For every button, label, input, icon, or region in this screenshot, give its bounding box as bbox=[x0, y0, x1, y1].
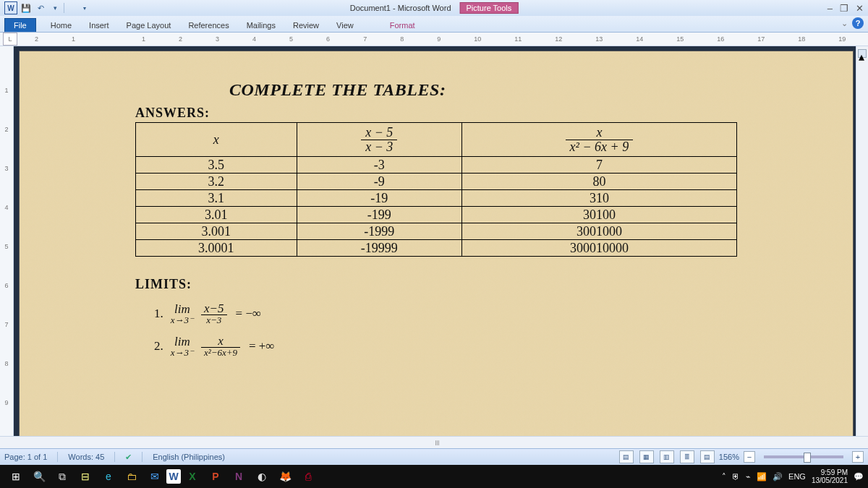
ruler-tick: 6 bbox=[326, 35, 330, 43]
tab-page-layout[interactable]: Page Layout bbox=[118, 19, 180, 32]
table-cell: 3001000 bbox=[461, 223, 736, 240]
excel-icon[interactable]: X bbox=[181, 466, 204, 487]
restore-button[interactable]: ❐ bbox=[840, 3, 848, 14]
table-cell: 3.01 bbox=[136, 207, 297, 223]
zoom-in-button[interactable]: + bbox=[852, 451, 864, 463]
notifications-icon[interactable]: 💬 bbox=[854, 472, 864, 481]
apps-icon[interactable]: ⊟ bbox=[74, 466, 97, 487]
edge-icon[interactable]: e bbox=[97, 466, 120, 487]
ruler-tick: 3 bbox=[216, 35, 219, 43]
tab-format[interactable]: Format bbox=[381, 19, 424, 32]
file-explorer-icon[interactable]: 🗀 bbox=[120, 466, 143, 487]
view-draft-icon[interactable]: ▤ bbox=[700, 450, 715, 463]
answers-table: x x − 5x − 3 xx² − 6x + 9 3.5-373.2-9803… bbox=[135, 122, 737, 257]
ruler-tick: 1 bbox=[72, 35, 75, 43]
help-icon[interactable]: ? bbox=[852, 17, 864, 29]
tray-volume-icon[interactable]: 🔊 bbox=[773, 472, 783, 481]
tray-clock[interactable]: 9:59 PM 13/05/2021 bbox=[812, 468, 848, 484]
tray-battery-icon[interactable]: ⌁ bbox=[746, 472, 751, 481]
table-cell: -19 bbox=[297, 190, 461, 207]
status-words[interactable]: Words: 45 bbox=[68, 453, 104, 461]
vertical-scrollbar[interactable]: ▴ bbox=[856, 46, 868, 437]
tray-expand-icon[interactable]: ˄ bbox=[722, 472, 726, 481]
tab-insert[interactable]: Insert bbox=[80, 19, 118, 32]
table-cell: 3.0001 bbox=[136, 240, 297, 257]
status-page[interactable]: Page: 1 of 1 bbox=[4, 453, 47, 461]
ruler-tick: 13 bbox=[595, 35, 603, 43]
horizontal-ruler[interactable]: L 2112345678910111213141516171819 bbox=[0, 33, 868, 46]
doc-title: COMPLETE THE TABLES: bbox=[229, 80, 737, 100]
tab-file[interactable]: File bbox=[4, 18, 36, 32]
view-outline-icon[interactable]: ≣ bbox=[680, 450, 694, 463]
table-cell: 3.1 bbox=[136, 190, 297, 207]
table-cell: 3.5 bbox=[136, 157, 297, 174]
search-icon[interactable]: 🔍 bbox=[27, 466, 51, 487]
ruler-tick: 7 bbox=[363, 35, 367, 43]
scrollbar-up-icon[interactable]: ▴ bbox=[858, 49, 867, 58]
tray-antivirus-icon[interactable]: ⛨ bbox=[732, 472, 740, 481]
header-col3: xx² − 6x + 9 bbox=[461, 123, 736, 157]
tab-review[interactable]: Review bbox=[284, 19, 328, 32]
view-full-screen-icon[interactable]: ▦ bbox=[639, 450, 654, 463]
view-print-layout-icon[interactable]: ▤ bbox=[619, 450, 634, 463]
tab-home[interactable]: Home bbox=[42, 19, 80, 32]
table-cell: -1999 bbox=[297, 223, 461, 240]
tray-wifi-icon[interactable]: 📶 bbox=[757, 472, 767, 481]
ruler-tick: 4 bbox=[252, 35, 256, 43]
tab-selector[interactable]: L bbox=[3, 33, 17, 46]
tab-view[interactable]: View bbox=[328, 19, 362, 32]
vertical-ruler[interactable]: 12345678910 bbox=[0, 46, 14, 437]
horizontal-scrollbar[interactable]: ⫼ bbox=[0, 436, 868, 449]
onenote-icon[interactable]: N bbox=[227, 466, 250, 487]
chrome-icon[interactable]: ◐ bbox=[250, 466, 273, 487]
ruler-tick: 10 bbox=[474, 35, 481, 43]
ruler-tick: 11 bbox=[514, 35, 522, 43]
limit-item: 1.limx→3⁻x−5x−3= −∞ bbox=[154, 302, 737, 325]
header-col2: x − 5x − 3 bbox=[297, 123, 461, 157]
table-cell: -3 bbox=[297, 157, 461, 174]
ruler-tick: 1 bbox=[4, 87, 8, 94]
close-button[interactable]: ✕ bbox=[856, 3, 864, 14]
powerpoint-icon[interactable]: P bbox=[204, 466, 227, 487]
document-title: Document1 - Microsoft Word bbox=[350, 4, 451, 12]
zoom-level[interactable]: 156% bbox=[719, 453, 739, 461]
ruler-tick: 5 bbox=[289, 35, 293, 43]
firefox-icon[interactable]: 🦊 bbox=[273, 466, 297, 487]
mail-icon[interactable]: ✉ bbox=[143, 466, 166, 487]
start-button[interactable]: ⊞ bbox=[4, 466, 27, 487]
minimize-button[interactable]: – bbox=[827, 3, 833, 14]
answers-label: ANSWERS: bbox=[135, 106, 737, 121]
task-view-icon[interactable]: ⧉ bbox=[51, 466, 74, 487]
qat-dropdown-icon[interactable]: ▾ bbox=[49, 2, 61, 14]
splitter-icon[interactable]: ⫼ bbox=[434, 438, 441, 446]
ruler-tick: 8 bbox=[4, 360, 8, 367]
acrobat-icon[interactable]: ⎙ bbox=[297, 466, 320, 487]
ruler-tick: 4 bbox=[4, 204, 8, 211]
zoom-slider[interactable] bbox=[764, 455, 843, 458]
ruler-tick: 2 bbox=[179, 35, 182, 43]
context-tools-tab[interactable]: Picture Tools bbox=[460, 2, 519, 14]
table-cell: 3.001 bbox=[136, 223, 297, 240]
table-cell: 80 bbox=[461, 174, 736, 190]
ruler-tick: 17 bbox=[757, 35, 765, 43]
tab-references[interactable]: References bbox=[179, 19, 237, 32]
table-cell: 300010000 bbox=[461, 240, 736, 257]
zoom-out-button[interactable]: − bbox=[744, 451, 755, 463]
view-web-icon[interactable]: ▥ bbox=[660, 450, 674, 463]
word-icon[interactable]: W bbox=[166, 469, 181, 484]
save-icon[interactable]: 💾 bbox=[20, 2, 32, 14]
table-cell: 3.2 bbox=[136, 174, 297, 190]
table-cell: 30100 bbox=[461, 207, 736, 223]
tray-language[interactable]: ENG bbox=[788, 472, 806, 481]
ribbon-minimize-icon[interactable]: ⌄ bbox=[841, 19, 848, 28]
ruler-tick: 19 bbox=[838, 35, 846, 43]
status-language[interactable]: English (Philippines) bbox=[153, 453, 225, 461]
ruler-tick: 2 bbox=[35, 35, 38, 43]
tab-mailings[interactable]: Mailings bbox=[238, 19, 284, 32]
ruler-tick: 14 bbox=[636, 35, 643, 43]
undo-icon[interactable]: ↶ bbox=[35, 2, 46, 14]
spellcheck-icon[interactable]: ✔ bbox=[125, 453, 132, 462]
document-page[interactable]: COMPLETE THE TABLES: ANSWERS: x x − 5x −… bbox=[19, 51, 854, 437]
ruler-tick: 8 bbox=[400, 35, 404, 43]
qat-overflow-icon[interactable]: ▾ bbox=[79, 2, 90, 14]
